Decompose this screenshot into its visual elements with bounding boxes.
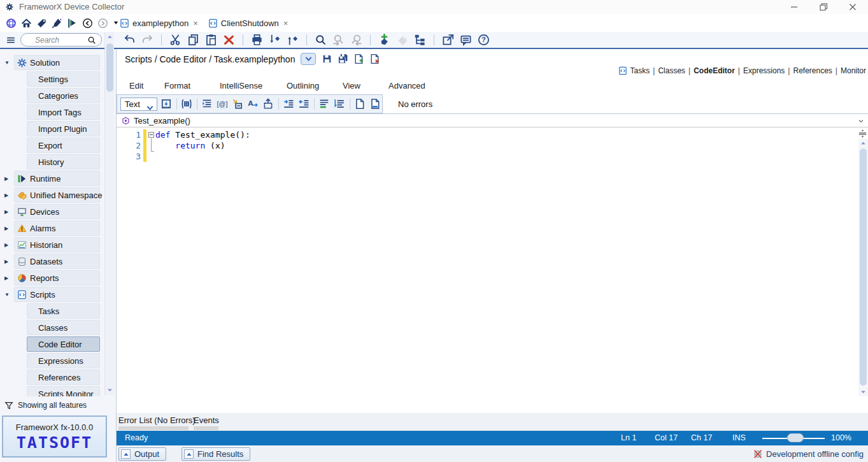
sidebar-item-code-editor[interactable]: Code Editor: [27, 336, 100, 352]
sidebar-item-tasks[interactable]: Tasks: [27, 303, 100, 319]
goto-prev-button[interactable]: [287, 34, 299, 46]
sidebar-item-expressions[interactable]: Expressions: [27, 353, 100, 368]
splitter-handle-icon[interactable]: [858, 129, 867, 138]
chevron-collapsed-icon[interactable]: ▶: [4, 209, 12, 215]
fold-collapse-icon[interactable]: [148, 132, 154, 138]
help-button[interactable]: ?: [478, 34, 490, 46]
delete-button[interactable]: [223, 34, 235, 46]
breadcrumb-dropdown-button[interactable]: [301, 53, 316, 65]
code-editor[interactable]: 123 def Test_example(): return (x): [117, 127, 868, 396]
menu-view[interactable]: View: [343, 81, 360, 90]
chevron-down-icon[interactable]: [857, 117, 865, 125]
doc-remove-button[interactable]: [369, 54, 380, 64]
format-document-button[interactable]: [333, 97, 346, 110]
sidebar-item-scripts[interactable]: Scripts: [14, 287, 100, 302]
nav-back-icon[interactable]: [82, 18, 93, 29]
chevron-collapsed-icon[interactable]: ▶: [4, 275, 12, 281]
minimize-button[interactable]: [783, 0, 805, 14]
collapse-region-button[interactable]: [231, 97, 245, 110]
menu-edit[interactable]: Edit: [129, 81, 143, 90]
language-mode-select[interactable]: Text: [120, 97, 157, 111]
save-all-button[interactable]: [338, 54, 348, 64]
sidebar-item-export[interactable]: Export: [27, 138, 100, 153]
doc-add-button[interactable]: [353, 54, 364, 64]
sidebar-item-import-plugin[interactable]: Import Plugin: [27, 121, 100, 136]
special-chars-button[interactable]: [@]: [216, 97, 229, 110]
hamburger-menu-icon[interactable]: [5, 36, 17, 45]
sidebar-scrollbar[interactable]: [104, 32, 114, 395]
sidebar-item-categories[interactable]: Categories: [27, 88, 100, 103]
app-logo-icon[interactable]: [6, 18, 17, 29]
find-results-button[interactable]: Find Results: [181, 447, 250, 461]
sidebar-item-runtime[interactable]: Runtime: [14, 171, 100, 186]
print-button[interactable]: [251, 34, 263, 46]
chevron-collapsed-icon[interactable]: ▶: [4, 259, 12, 264]
doc-blank-button[interactable]: [353, 97, 367, 110]
comment-button[interactable]: [460, 34, 472, 46]
sidebar-item-alarms[interactable]: Alarms: [14, 220, 100, 236]
undo-button[interactable]: [124, 34, 136, 46]
sidebar-item-solution[interactable]: Solution: [14, 55, 100, 70]
nav-link-tasks[interactable]: Tasks: [630, 66, 650, 75]
search-input[interactable]: [35, 34, 87, 45]
sidebar-item-reports[interactable]: Reports: [14, 270, 100, 285]
doc-tab-examplepython[interactable]: examplepython×: [120, 18, 198, 28]
bottom-tab-events[interactable]: Events: [194, 415, 219, 425]
open-external-button[interactable]: [442, 34, 454, 46]
margin-button[interactable]: [160, 97, 173, 110]
chevron-expanded-icon[interactable]: ▼: [4, 292, 12, 298]
caret-down-icon[interactable]: [113, 20, 119, 26]
indent-increase-button[interactable]: [282, 97, 295, 110]
sidebar-item-classes[interactable]: Classes: [27, 320, 100, 335]
indent-para-button[interactable]: [201, 97, 214, 110]
bottom-tab-error-list[interactable]: Error List (No Errors): [118, 415, 196, 425]
restore-button[interactable]: [813, 0, 834, 14]
doc-tab-ClientShutdown[interactable]: ClientShutdown×: [208, 18, 288, 28]
nav-forward-icon[interactable]: [97, 18, 108, 29]
nav-link-expressions[interactable]: Expressions: [743, 66, 785, 75]
sidebar-item-datasets[interactable]: Datasets: [14, 254, 100, 269]
nav-link-codeeditor[interactable]: CodeEditor: [694, 66, 735, 75]
chevron-collapsed-icon[interactable]: ▶: [4, 242, 12, 248]
format-selection-button[interactable]: [318, 97, 331, 110]
search-icon[interactable]: [87, 36, 96, 45]
vertical-scrollbar[interactable]: [858, 139, 868, 396]
function-selector-row[interactable]: Test_example(): [117, 113, 868, 127]
add-item-button[interactable]: [378, 34, 390, 46]
paste-button[interactable]: [205, 34, 217, 46]
search-prev-button[interactable]: [350, 34, 362, 46]
search-box[interactable]: [20, 33, 102, 47]
menu-outlining[interactable]: Outlining: [287, 81, 319, 90]
copy-button[interactable]: [187, 34, 199, 46]
chevron-collapsed-icon[interactable]: ▶: [4, 226, 12, 231]
sidebar-item-history[interactable]: History: [27, 154, 100, 170]
scrollbar-thumb[interactable]: [106, 43, 113, 92]
scroll-up-icon[interactable]: [106, 34, 113, 40]
chevron-collapsed-icon[interactable]: ▶: [4, 192, 12, 198]
scroll-up-icon[interactable]: [860, 140, 867, 147]
menu-intellisense[interactable]: IntelliSense: [220, 81, 262, 90]
close-icon[interactable]: ×: [192, 18, 198, 28]
menu-format[interactable]: Format: [164, 81, 190, 90]
sidebar-item-settings[interactable]: Settings: [27, 71, 100, 87]
nav-link-classes[interactable]: Classes: [658, 66, 685, 75]
chevron-expanded-icon[interactable]: ▼: [4, 60, 12, 66]
scroll-down-icon[interactable]: [106, 387, 113, 393]
cut-button[interactable]: [169, 34, 181, 46]
sidebar-item-historian[interactable]: Historian: [14, 237, 100, 252]
scrollbar-thumb[interactable]: [860, 148, 867, 386]
grid-button[interactable]: [180, 97, 194, 110]
paint-icon[interactable]: [52, 18, 62, 29]
chevron-collapsed-icon[interactable]: ▶: [4, 176, 12, 182]
close-button[interactable]: [842, 0, 864, 14]
close-icon[interactable]: ×: [282, 18, 288, 28]
convert-case-button[interactable]: A: [246, 97, 260, 110]
scroll-down-icon[interactable]: [860, 389, 867, 395]
sidebar-item-scripts-monitor[interactable]: Scripts Monitor: [27, 386, 100, 396]
save-button[interactable]: [322, 54, 332, 64]
sidebar-item-references[interactable]: References: [27, 370, 100, 385]
menu-advanced[interactable]: Advanced: [388, 81, 425, 90]
redo-button[interactable]: [141, 34, 153, 46]
sidebar-item-import-tags[interactable]: Import Tags: [27, 105, 100, 120]
zoom-slider-thumb[interactable]: [787, 433, 804, 442]
